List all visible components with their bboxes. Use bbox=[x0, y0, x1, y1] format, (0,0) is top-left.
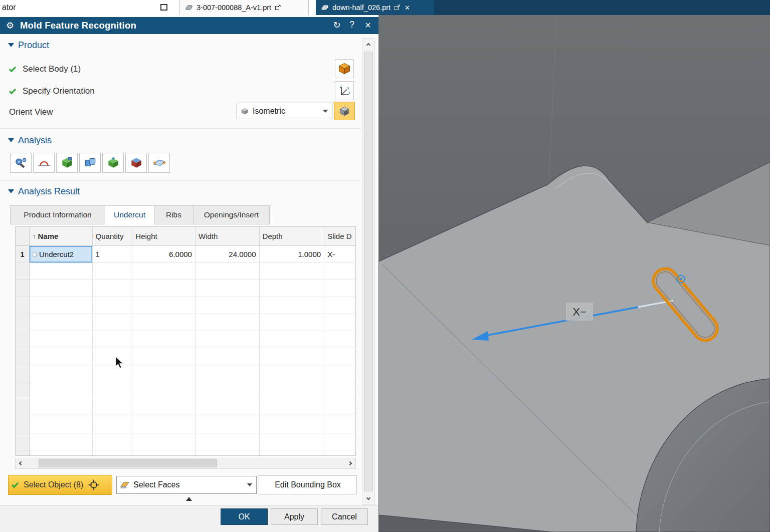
sort-ascending-icon: ↑ bbox=[33, 232, 36, 240]
triangle-up-icon bbox=[186, 497, 192, 501]
slide-cell[interactable]: X- bbox=[324, 246, 355, 263]
specify-orientation-row: Specify Orientation bbox=[10, 86, 95, 96]
table-horizontal-scrollbar[interactable] bbox=[15, 458, 356, 469]
window-tab-bar: ator 3-007-000088_A-v1.prt down-half_026… bbox=[0, 0, 770, 15]
solid-body-cube-icon bbox=[337, 62, 351, 76]
tab-close-icon[interactable]: ✕ bbox=[405, 4, 410, 12]
collapse-triangle-icon bbox=[8, 43, 14, 47]
scroll-right-icon[interactable] bbox=[344, 458, 355, 468]
dialog-vertical-scrollbar[interactable] bbox=[362, 38, 375, 505]
table-row-empty bbox=[16, 314, 355, 331]
section-header-product[interactable]: Product bbox=[8, 39, 49, 51]
reorient-view-button[interactable] bbox=[334, 102, 355, 120]
section-header-analysis-result[interactable]: Analysis Result bbox=[8, 185, 80, 197]
select-object-label: Select Object (8) bbox=[24, 480, 83, 489]
close-icon[interactable]: ✕ bbox=[362, 21, 373, 33]
table-row-empty bbox=[16, 263, 355, 280]
reset-icon[interactable]: ↻ bbox=[331, 20, 342, 32]
analysis-tool-button-2[interactable] bbox=[33, 153, 55, 173]
edit-bounding-box-button[interactable]: Edit Bounding Box bbox=[259, 475, 357, 494]
specify-csys-button[interactable]: zyx bbox=[335, 81, 354, 100]
tab-ribs[interactable]: Ribs bbox=[154, 205, 194, 224]
analysis-tool-button-4[interactable] bbox=[79, 153, 101, 173]
analysis-tool-button-6[interactable] bbox=[125, 153, 147, 173]
column-header-name[interactable]: ↑Name bbox=[30, 227, 93, 245]
navigator-partial-label: ator bbox=[2, 3, 16, 12]
check-icon bbox=[9, 65, 16, 72]
scroll-left-icon[interactable] bbox=[16, 458, 27, 468]
column-header-depth[interactable]: Depth bbox=[260, 227, 325, 245]
scroll-up-icon[interactable] bbox=[362, 40, 374, 51]
window-restore-icon[interactable] bbox=[160, 4, 167, 11]
insert-region-icon bbox=[129, 156, 143, 170]
orient-view-dropdown[interactable]: Isometric bbox=[237, 103, 332, 119]
tab-label: Openings/Insert bbox=[204, 210, 259, 219]
table-row-undercut2[interactable]: 1 Undercut2 1 6.0000 24.0000 1.0000 X- bbox=[16, 246, 355, 263]
axis-label: X− bbox=[572, 306, 587, 318]
analysis-tool-button-7[interactable] bbox=[148, 153, 170, 173]
depth-cell[interactable]: 1.0000 bbox=[260, 246, 325, 263]
section-divider bbox=[0, 128, 361, 129]
column-header-slide[interactable]: Slide D bbox=[324, 227, 355, 245]
popout-icon[interactable] bbox=[394, 5, 400, 11]
table-row-empty bbox=[16, 297, 355, 314]
analysis-tool-button-3[interactable] bbox=[56, 153, 78, 173]
table-row-empty bbox=[16, 433, 355, 450]
analysis-tool-button-5[interactable] bbox=[102, 153, 124, 173]
parting-plane-icon bbox=[152, 156, 166, 170]
3d-scene: X− bbox=[378, 15, 770, 532]
svg-text:y: y bbox=[347, 86, 349, 90]
scroll-down-icon[interactable] bbox=[362, 492, 374, 503]
result-tabs: Product Information Undercut Ribs Openin… bbox=[10, 205, 270, 224]
snap-point-crosshair-icon[interactable] bbox=[88, 479, 100, 491]
quantity-cell[interactable]: 1 bbox=[93, 246, 133, 263]
row-number-cell[interactable]: 1 bbox=[16, 246, 30, 263]
chevron-down-icon bbox=[247, 483, 252, 486]
select-faces-dropdown[interactable]: Select Faces bbox=[116, 476, 257, 494]
svg-text:x: x bbox=[348, 90, 350, 95]
name-cell-selected[interactable]: Undercut2 bbox=[30, 246, 93, 263]
tab-openings-insert[interactable]: Openings/Insert bbox=[194, 205, 270, 224]
dialog-titlebar[interactable]: ⚙ Mold Feature Recognition ↻ ? ✕ bbox=[0, 17, 378, 34]
width-cell[interactable]: 24.0000 bbox=[196, 246, 260, 263]
tab-label: Ribs bbox=[166, 210, 181, 219]
snap-circle-center bbox=[680, 278, 682, 281]
region-analysis-icon bbox=[14, 156, 28, 170]
face-select-icon bbox=[120, 480, 130, 490]
analysis-tool-button-1[interactable] bbox=[10, 153, 32, 173]
apply-button[interactable]: Apply bbox=[271, 508, 318, 525]
table-row-empty bbox=[16, 416, 355, 433]
graphics-viewport[interactable]: X− bbox=[378, 15, 770, 532]
cancel-button[interactable]: Cancel bbox=[321, 508, 368, 525]
scrollbar-thumb[interactable] bbox=[39, 459, 217, 467]
scrollbar-thumb[interactable] bbox=[364, 52, 373, 491]
help-icon[interactable]: ? bbox=[346, 20, 357, 32]
tab-part-down-half[interactable]: down-half_026.prt ✕ bbox=[316, 0, 434, 15]
tab-undercut[interactable]: Undercut bbox=[105, 205, 154, 224]
table-row-empty bbox=[16, 331, 355, 348]
scrollbar-track[interactable] bbox=[27, 458, 344, 468]
popout-icon[interactable] bbox=[275, 5, 281, 11]
tree-node-icon bbox=[33, 252, 37, 256]
tab-product-information[interactable]: Product Information bbox=[10, 205, 105, 224]
tab-label: down-half_026.prt bbox=[332, 4, 391, 12]
dialog-footer: OK Apply Cancel bbox=[0, 505, 378, 532]
column-header-quantity[interactable]: Quantity bbox=[93, 227, 133, 245]
face-direction-icon bbox=[106, 156, 120, 170]
svg-text:z: z bbox=[340, 84, 342, 89]
section-header-analysis[interactable]: Analysis bbox=[8, 134, 52, 146]
csys-axes-icon: zyx bbox=[337, 84, 351, 98]
select-object-status[interactable]: Select Object (8) bbox=[8, 475, 112, 495]
tab-part-3-007[interactable]: 3-007-000088_A-v1.prt bbox=[179, 0, 309, 15]
height-cell[interactable]: 6.0000 bbox=[132, 246, 196, 263]
column-header-height[interactable]: Height bbox=[132, 227, 196, 245]
ok-button[interactable]: OK bbox=[221, 508, 268, 525]
tab-label: Undercut bbox=[114, 210, 145, 219]
specify-orientation-label: Specify Orientation bbox=[23, 86, 95, 96]
dialog-collapse-handle[interactable] bbox=[183, 497, 195, 503]
check-icon bbox=[12, 481, 19, 488]
chevron-down-icon bbox=[323, 110, 328, 113]
column-header-width[interactable]: Width bbox=[196, 227, 260, 245]
boss-region-icon bbox=[60, 156, 74, 170]
select-body-button[interactable] bbox=[335, 59, 354, 78]
